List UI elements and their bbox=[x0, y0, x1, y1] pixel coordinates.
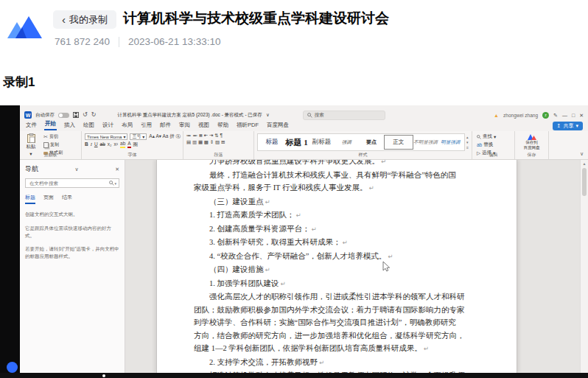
user-avatar[interactable]: z bbox=[542, 112, 549, 119]
doc-line: 2. 支持学术交流，开拓教师视野↵ bbox=[194, 356, 478, 370]
font-name-select[interactable]: Times New Roma ▾ bbox=[85, 133, 127, 140]
underline-button[interactable]: U bbox=[94, 142, 98, 147]
nav-search-input[interactable] bbox=[28, 180, 109, 186]
doc-title-dropdown-icon[interactable]: ∨ bbox=[266, 112, 270, 118]
baidu-save-button[interactable]: 保存到 百度网盘 bbox=[524, 140, 540, 150]
superscript-button[interactable]: x² bbox=[114, 142, 118, 147]
replace-icon: ab bbox=[477, 142, 482, 147]
menu-tab-9[interactable]: 视图 bbox=[197, 122, 210, 130]
editing-group-label: 编辑 bbox=[472, 152, 514, 158]
styles-gallery: 标题标题 1副标题强调要点正文不明显强调明显强调 bbox=[257, 133, 465, 151]
menu-tab-10[interactable]: 帮助 bbox=[217, 122, 229, 130]
menu-tab-3[interactable]: 绘图 bbox=[83, 122, 95, 130]
menu-tab-2[interactable]: 插入 bbox=[63, 122, 76, 130]
autosave-toggle[interactable] bbox=[58, 113, 69, 118]
share-button[interactable]: ↥ 共享 ▾ bbox=[553, 122, 583, 130]
editing-group: 查找 ▾ ab 替换 ▷ 选择 ▾ 编辑 bbox=[472, 131, 515, 159]
nav-tab-2[interactable]: 结果 bbox=[62, 194, 72, 204]
style-item-3[interactable]: 强调 bbox=[334, 139, 359, 146]
scrollbar-thumb[interactable] bbox=[582, 168, 587, 196]
find-label: 查找 bbox=[483, 133, 492, 140]
paragraph-row1-icons[interactable]: ≔ ≕ ≣ ⇤ ⇥ ⇅ ¶ bbox=[186, 133, 223, 139]
paragraph-group: ≔ ≕ ≣ ⇤ ⇥ ⇅ ¶ ▤ ▥ ▦ ▩ ⇕ ▨ ⊞ 段落 bbox=[183, 131, 254, 159]
enclose-character-button[interactable]: 圈 bbox=[133, 142, 139, 147]
copy-button[interactable]: 复制 bbox=[43, 141, 63, 148]
style-item-2[interactable]: 副标题 bbox=[309, 138, 335, 147]
player-progress-dot[interactable] bbox=[102, 374, 105, 377]
replace-label: 替换 bbox=[483, 141, 493, 148]
document-page[interactable]: 力争跻身校级首批重点建设学科并争取更大发展。↵最终，打造融合计算机技术和残疾人事… bbox=[156, 160, 517, 373]
word-search-box[interactable]: 搜索 bbox=[303, 111, 385, 120]
document-title: 计算机科学 重点学科建设方案 定稿5 (2023) .doc - 兼容模式 - … bbox=[117, 112, 262, 119]
menu-tab-0[interactable]: 文件 bbox=[25, 122, 38, 130]
baidu-netdisk-icon[interactable] bbox=[528, 133, 536, 140]
nav-dropdown-icon[interactable]: ∨ bbox=[69, 167, 79, 172]
style-item-0[interactable]: 标题 bbox=[259, 138, 284, 147]
nav-search-box[interactable]: ▾ bbox=[25, 178, 119, 188]
share-dropdown-icon: ▾ bbox=[575, 123, 578, 129]
italic-button[interactable]: I bbox=[91, 142, 92, 147]
menu-tab-6[interactable]: 引用 bbox=[140, 122, 153, 130]
video-frame[interactable]: W 自动保存 ↺ ↻ 计算机科学 重点学科建设方案 定稿5 (2023) .do… bbox=[0, 105, 588, 378]
font-color-button[interactable]: A bbox=[127, 141, 130, 148]
scroll-up-icon[interactable]: ▲ bbox=[581, 161, 588, 166]
menu-tab-5[interactable]: 布局 bbox=[121, 122, 133, 130]
font-size-dropdown-icon: ▾ bbox=[142, 134, 144, 139]
doc-line: 3. 创新科学研究，取得重大科研成果；↵ bbox=[194, 236, 478, 250]
play-button[interactable] bbox=[7, 362, 18, 373]
nav-tabs: 标题页面结果 bbox=[25, 194, 119, 204]
font-size-value: 三号 bbox=[132, 133, 141, 140]
word-ribbon: 粘贴 ▾ ✂剪切 复制 格式刷 剪贴板 Times New Roma ▾ bbox=[20, 131, 588, 160]
nav-close-icon[interactable]: ✕ bbox=[109, 167, 119, 172]
font-group: Times New Roma ▾ 三号 ▾ A▴ A▾ Aa 拼 Ⓐ B I U bbox=[82, 131, 183, 159]
line-end-mark: ↵ bbox=[296, 211, 301, 219]
style-item-6[interactable]: 不明显强调 bbox=[413, 139, 438, 146]
minimize-icon[interactable]: — bbox=[562, 113, 567, 118]
save-icon[interactable] bbox=[73, 112, 79, 118]
close-icon[interactable]: ✕ bbox=[579, 113, 584, 118]
user-name: zhongwei zhang bbox=[503, 113, 538, 118]
nav-search-dropdown-icon[interactable]: ▾ bbox=[114, 181, 116, 186]
paragraph-row2-icons[interactable]: ▤ ▥ ▦ ▩ ⇕ ▨ ⊞ bbox=[186, 140, 225, 145]
menu-tab-12[interactable]: 百度网盘 bbox=[266, 122, 290, 130]
line-end-mark: ↵ bbox=[388, 253, 393, 260]
replace-button[interactable]: ab 替换 bbox=[477, 141, 513, 148]
menu-tab-8[interactable]: 审阅 bbox=[178, 122, 191, 130]
maximize-icon[interactable]: □ bbox=[572, 113, 575, 118]
collapse-ribbon-icon[interactable]: ∨ bbox=[580, 151, 588, 159]
nav-tab-1[interactable]: 页面 bbox=[43, 194, 54, 204]
bold-button[interactable]: B bbox=[85, 142, 88, 147]
menu-tab-11[interactable]: 福昕PDF bbox=[236, 122, 259, 130]
highlight-color-button[interactable]: ab bbox=[120, 141, 125, 148]
nav-tab-0[interactable]: 标题 bbox=[25, 194, 35, 204]
font-row1-icons[interactable]: A▴ A▾ Aa 拼 Ⓐ bbox=[149, 134, 181, 139]
edit-pencil-icon[interactable]: ✎ bbox=[553, 113, 558, 118]
meta-divider bbox=[119, 37, 119, 47]
back-to-recordings-button[interactable]: ‹ 我的录制 bbox=[53, 10, 116, 29]
document-scrollbar[interactable]: ▲ bbox=[580, 160, 588, 373]
player-control-bar[interactable] bbox=[0, 373, 588, 378]
redo-icon[interactable]: ↻ bbox=[91, 112, 97, 118]
font-group-label: 字体 bbox=[82, 152, 183, 158]
styles-gallery-scroll[interactable]: ▴ ▾ ≡ bbox=[466, 135, 469, 150]
strikethrough-button[interactable]: ab bbox=[100, 142, 105, 147]
style-item-7[interactable]: 明显强调 bbox=[438, 139, 463, 146]
subscript-button[interactable]: x₂ bbox=[108, 142, 112, 147]
cut-button[interactable]: ✂剪切 bbox=[43, 133, 63, 140]
style-item-1[interactable]: 标题 1 bbox=[284, 137, 309, 148]
menu-tab-7[interactable]: 邮件 bbox=[159, 122, 172, 130]
font-name-dropdown-icon: ▾ bbox=[123, 134, 125, 139]
style-item-4[interactable]: 要点 bbox=[359, 139, 384, 146]
font-size-select[interactable]: 三号 ▾ bbox=[130, 133, 147, 140]
style-item-5[interactable]: 正文 bbox=[384, 135, 413, 150]
doc-line: 团队；鼓励教师积极参加国内外学术交流会议；着力于聘请有国际影响力的专家 bbox=[194, 304, 478, 317]
doc-line: 最终，打造融合计算机技术和残疾人事业、具有鲜明“学科融合”特色的国 bbox=[194, 169, 478, 182]
doc-line: 强化高层次人才的职称引领作用，引进或柔性引进本学科的领军人才和科研 bbox=[194, 290, 478, 304]
menu-tab-1[interactable]: 开始 bbox=[44, 120, 57, 130]
find-button[interactable]: 查找 ▾ bbox=[477, 133, 513, 140]
menu-tab-4[interactable]: 设计 bbox=[102, 122, 114, 130]
undo-icon[interactable]: ↺ bbox=[83, 112, 88, 118]
doc-line: 2. 创建高质量学科资源平台；↵ bbox=[194, 223, 478, 237]
doc-line: 1. 打造高素质学术团队；↵ bbox=[194, 209, 478, 223]
mouse-cursor-icon bbox=[382, 262, 390, 272]
